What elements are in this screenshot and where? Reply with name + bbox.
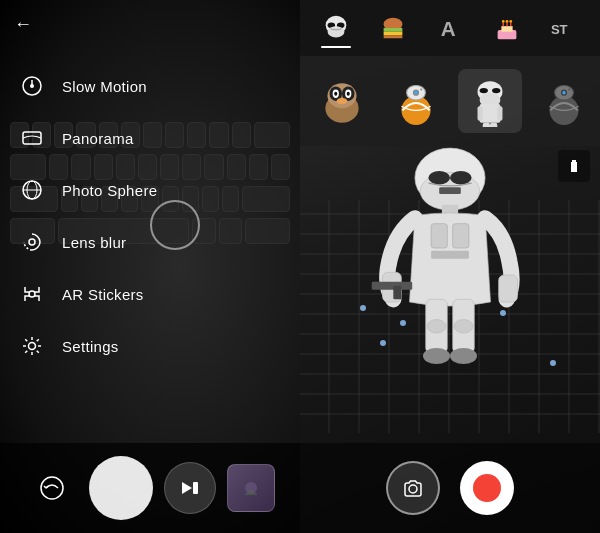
svg-point-77	[409, 485, 417, 493]
photo-sphere-label: Photo Sphere	[62, 182, 157, 199]
record-dot	[473, 474, 501, 502]
camera-capture-button[interactable]	[386, 461, 440, 515]
ar-tab-food[interactable]	[371, 6, 415, 50]
svg-text:ST: ST	[550, 22, 567, 37]
ar-tab-st-text[interactable]: ST	[542, 6, 586, 50]
selfie-switch-button[interactable]	[26, 462, 78, 514]
sticker-bb8[interactable]	[384, 69, 448, 133]
svg-point-76	[568, 89, 570, 91]
video-button[interactable]	[164, 462, 216, 514]
slow-motion-icon	[20, 74, 44, 98]
svg-point-1	[30, 84, 34, 88]
svg-rect-23	[393, 286, 401, 300]
svg-point-30	[454, 320, 473, 334]
menu-item-ar-stickers[interactable]: AR Stickers	[0, 268, 300, 320]
svg-rect-38	[384, 36, 403, 39]
svg-rect-69	[497, 106, 502, 121]
settings-label: Settings	[62, 338, 119, 355]
camera-mode-menu: Slow Motion Panorama Photo Sphere	[0, 60, 300, 372]
svg-point-29	[427, 320, 446, 334]
menu-item-photo-sphere[interactable]: Photo Sphere	[0, 164, 300, 216]
svg-rect-41	[501, 26, 512, 32]
svg-point-7	[29, 291, 35, 297]
svg-point-75	[562, 91, 565, 94]
svg-rect-16	[439, 187, 461, 194]
menu-item-lens-blur[interactable]: Lens blur	[0, 216, 300, 268]
svg-point-61	[414, 91, 417, 94]
ar-tab-text[interactable]: A	[428, 6, 472, 50]
svg-point-34	[328, 26, 345, 37]
ar-stickers-icon	[20, 282, 44, 306]
panorama-label: Panorama	[62, 130, 134, 147]
lens-blur-label: Lens blur	[62, 234, 126, 251]
svg-rect-71	[490, 123, 497, 127]
ar-tab-stormtrooper[interactable]	[314, 6, 358, 50]
svg-rect-68	[478, 106, 483, 121]
gallery-button[interactable]	[227, 464, 275, 512]
ar-dot-6	[550, 360, 556, 366]
menu-item-panorama[interactable]: Panorama	[0, 112, 300, 164]
svg-point-6	[29, 239, 35, 245]
settings-icon	[20, 334, 44, 358]
panorama-icon	[20, 126, 44, 150]
svg-rect-37	[384, 32, 403, 36]
svg-point-15	[450, 171, 472, 185]
svg-rect-24	[499, 275, 518, 302]
sticker-trooper-small[interactable]	[458, 69, 522, 133]
sticker-bb8-dark[interactable]	[532, 69, 596, 133]
svg-point-45	[502, 20, 505, 23]
svg-point-28	[450, 348, 477, 364]
photo-sphere-icon	[20, 178, 44, 202]
slow-motion-label: Slow Motion	[62, 78, 147, 95]
svg-rect-18	[431, 224, 447, 248]
delete-sticker-button[interactable]	[558, 150, 590, 182]
svg-rect-70	[483, 123, 490, 127]
svg-point-64	[480, 88, 488, 93]
svg-text:A: A	[441, 17, 456, 40]
svg-point-55	[334, 92, 337, 96]
svg-rect-10	[193, 482, 198, 494]
svg-rect-22	[372, 282, 413, 290]
stormtrooper-ar-figure	[360, 140, 540, 410]
svg-point-47	[509, 20, 512, 23]
svg-rect-2	[23, 132, 41, 144]
left-bottom-controls	[0, 443, 300, 533]
svg-point-56	[347, 92, 350, 96]
left-panel: ← Slow Motion Panorama	[0, 0, 300, 533]
svg-point-14	[428, 171, 450, 185]
shutter-button[interactable]	[89, 456, 153, 520]
right-panel: A ST	[300, 0, 600, 533]
svg-point-46	[505, 20, 508, 23]
svg-point-65	[492, 88, 500, 93]
svg-point-9	[41, 477, 63, 499]
menu-item-settings[interactable]: Settings	[0, 320, 300, 372]
right-bottom-controls	[300, 443, 600, 533]
sticker-porg[interactable]	[310, 69, 374, 133]
lens-blur-icon	[20, 230, 44, 254]
menu-item-slow-motion[interactable]: Slow Motion	[0, 60, 300, 112]
svg-rect-19	[453, 224, 469, 248]
svg-point-27	[423, 348, 450, 364]
svg-point-57	[337, 98, 347, 104]
ar-tab-cake[interactable]	[485, 6, 529, 50]
svg-rect-36	[384, 28, 403, 32]
ar-stickers-label: AR Stickers	[62, 286, 144, 303]
svg-point-62	[420, 89, 422, 91]
sticker-selection-row	[300, 56, 600, 146]
back-button[interactable]: ←	[14, 14, 32, 35]
svg-point-8	[29, 343, 36, 350]
svg-rect-67	[480, 104, 501, 123]
ar-tabs-bar: A ST	[300, 0, 600, 56]
svg-rect-20	[431, 251, 469, 259]
record-button[interactable]	[460, 461, 514, 515]
